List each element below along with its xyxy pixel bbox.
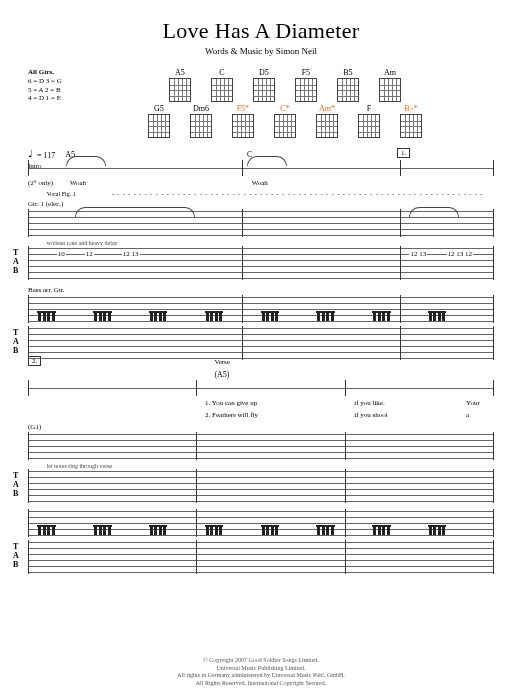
tuning-line: 5 = A 2 = B <box>28 86 62 95</box>
slur <box>409 207 459 217</box>
second-ending: 2. <box>28 356 41 366</box>
chord-b5: B5 <box>333 68 363 102</box>
tab-num: 12 13 <box>409 250 427 258</box>
tuning-title: All Gtrs. <box>28 68 62 77</box>
rhythm-beams <box>38 525 483 535</box>
gtr1-staff <box>28 209 494 237</box>
lyric: 2. Feathers will fly <box>205 411 258 419</box>
chord-a5: A5 <box>165 68 195 102</box>
slur <box>75 207 195 217</box>
lyric: if you like. <box>354 399 385 407</box>
vocal-annot: (2° only) <box>28 179 53 187</box>
vocal-staff <box>28 160 494 176</box>
fig-dashes: - - - - - - - - - - - - - - - - - - - - … <box>112 191 485 197</box>
tuning-line: 4 = D 1 = E <box>28 94 62 103</box>
lyrics-line-2: 2. Feathers will fly if you shoot a <box>28 411 494 423</box>
bass-tab-2: TAB <box>28 540 494 574</box>
footer-line: Universal Music Publishing Limited. <box>0 665 522 673</box>
song-title: Love Has A Diameter <box>28 18 494 44</box>
bass-staff <box>28 295 494 323</box>
chord-f: F <box>354 104 384 138</box>
quarter-note-icon <box>28 150 34 160</box>
lyric: Your <box>466 399 480 407</box>
copyright-footer: © Copyright 2007 Good Soldier Songs Limi… <box>0 657 522 688</box>
footer-line: All Rights Reserved. International Copyr… <box>0 680 522 688</box>
chord-g5: G5 <box>144 104 174 138</box>
tuning-block: All Gtrs. 6 = D 3 = G 5 = A 2 = B 4 = D … <box>28 68 62 103</box>
tie-arc <box>66 156 106 166</box>
chord-cs: C* <box>270 104 300 138</box>
chord-f5s: F5* <box>228 104 258 138</box>
bass-tab: TAB <box>28 326 494 360</box>
chord-f5: F5 <box>291 68 321 102</box>
gtr1-tab-2: TAB <box>28 469 494 503</box>
lyric-woah: Woah <box>70 179 86 187</box>
verse-label: Verse <box>214 358 230 366</box>
lyric-woah: Woah <box>252 179 268 187</box>
vocal-fig-label: Vocal Fig. 1 <box>47 191 76 197</box>
byline: Words & Music by Simon Neil <box>28 46 494 56</box>
lyric: 1. You can give up <box>205 399 257 407</box>
chord-d5: D5 <box>249 68 279 102</box>
chord-c: C <box>207 68 237 102</box>
gtr1-staff-2 <box>28 432 494 460</box>
lyrics-line-1: 1. You can give up if you like. Your <box>28 399 494 411</box>
chord-am: Am <box>375 68 405 102</box>
first-ending: 1. <box>397 148 410 158</box>
tab-num: 12 <box>85 250 94 258</box>
rhythm-beams <box>38 311 483 321</box>
footer-line: All rights in Germany administered by Un… <box>0 672 522 680</box>
tuning-line: 6 = D 3 = G <box>28 77 62 86</box>
chord-mark-a5: (A5) <box>214 370 229 379</box>
lyric: if you shoot <box>354 411 387 419</box>
header: Love Has A Diameter Words & Music by Sim… <box>28 18 494 56</box>
tie-arc <box>247 156 287 166</box>
system-1: = 117 Intro A5 C 1. (2° only) Woah Woah … <box>28 150 494 360</box>
tab-num: 12 13 <box>122 250 140 258</box>
chord-dm6: Dm6 <box>186 104 216 138</box>
tab-num: 12 13 12 <box>447 250 474 258</box>
bass-label: Bass arr. Gtr. <box>28 286 494 294</box>
bass-staff-2 <box>28 509 494 537</box>
vocal-lyrics: (2° only) Woah Woah <box>28 179 494 191</box>
chord-row-1: A5 C D5 F5 B5 Am <box>76 68 494 102</box>
gtr1-tab: TAB 10 12 12 13 12 13 12 13 12 <box>28 246 494 280</box>
footer-line: © Copyright 2007 Good Soldier Songs Limi… <box>0 657 522 665</box>
tab-num: 10 <box>57 250 66 258</box>
vocal-fig-row: Vocal Fig. 1 - - - - - - - - - - - - - -… <box>28 191 494 200</box>
chord-diagrams: A5 C D5 F5 B5 Am G5 Dm6 F5* C* Am* F B♭* <box>76 68 494 140</box>
sheet-music-page: Love Has A Diameter Words & Music by Sim… <box>0 0 522 590</box>
g1-cont-label: (G1) <box>28 423 494 431</box>
chord-ams: Am* <box>312 104 342 138</box>
vocal-staff-2 <box>28 380 494 396</box>
chord-bbs: B♭* <box>396 104 426 138</box>
system-2: 2. Verse (A5) 1. You can give up if you … <box>28 368 494 574</box>
top-info-row: All Gtrs. 6 = D 3 = G 5 = A 2 = B 4 = D … <box>28 68 494 140</box>
lyric: a <box>466 411 469 419</box>
chord-row-2: G5 Dm6 F5* C* Am* F B♭* <box>76 104 494 138</box>
